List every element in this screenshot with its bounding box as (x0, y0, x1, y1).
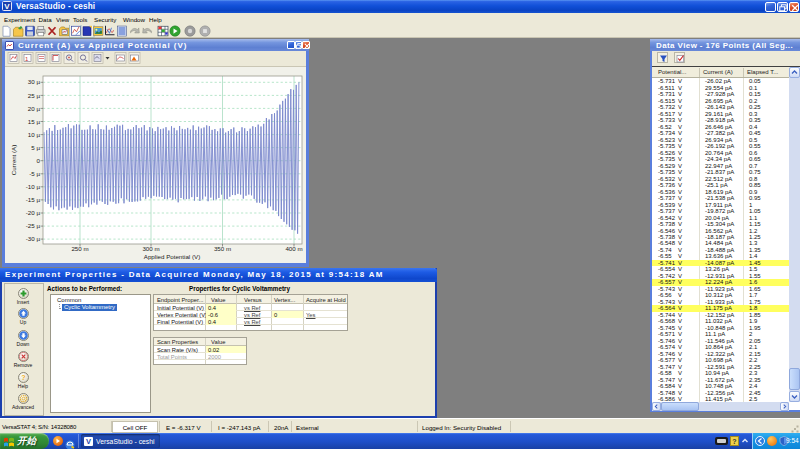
svg-text:-20 µ: -20 µ (26, 209, 41, 216)
svg-text:30 µ: 30 µ (28, 78, 41, 85)
svg-text:0: 0 (37, 157, 41, 164)
svg-text:Applied Potential (V): Applied Potential (V) (144, 253, 200, 260)
svg-text:-10 µ: -10 µ (26, 183, 41, 190)
svg-text:-25 µ: -25 µ (26, 222, 41, 229)
svg-text:-5 µ: -5 µ (29, 170, 40, 177)
svg-text:5 µ: 5 µ (31, 144, 40, 151)
svg-text:-30 µ: -30 µ (26, 235, 41, 242)
svg-text:10 µ: 10 µ (28, 131, 41, 138)
svg-text:-15 µ: -15 µ (26, 196, 41, 203)
svg-text:15 µ: 15 µ (28, 118, 41, 125)
svg-text:Current (A): Current (A) (10, 145, 17, 176)
svg-text:25 µ: 25 µ (28, 92, 41, 99)
svg-text:?: ? (21, 374, 25, 381)
svg-text:20 µ: 20 µ (28, 105, 41, 112)
